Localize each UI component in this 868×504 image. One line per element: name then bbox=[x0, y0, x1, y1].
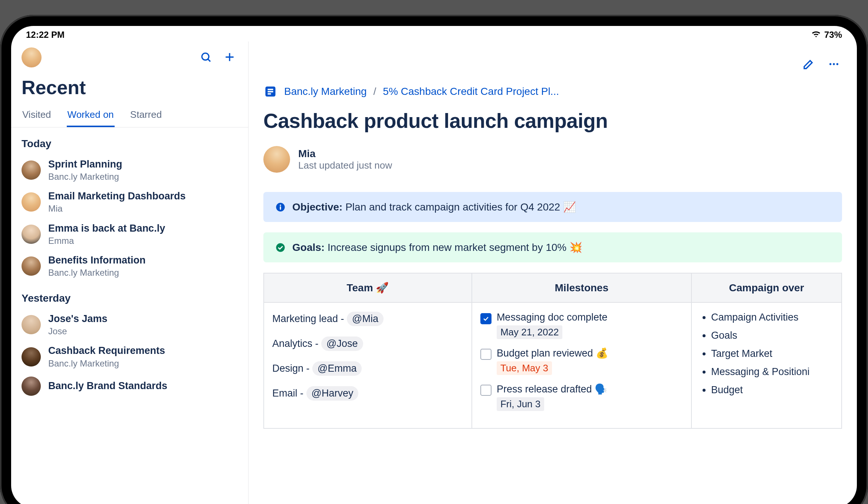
item-title: Emma is back at Banc.ly bbox=[48, 222, 165, 235]
status-bar: 12:22 PM 73% bbox=[11, 26, 857, 42]
avatar bbox=[22, 225, 41, 244]
breadcrumb-space[interactable]: Banc.ly Marketing bbox=[284, 86, 367, 97]
item-sub: Mia bbox=[48, 203, 186, 214]
avatar bbox=[22, 377, 41, 396]
space-icon bbox=[263, 84, 277, 99]
more-horizontal-icon bbox=[828, 58, 840, 71]
breadcrumb-parent[interactable]: 5% Cashback Credit Card Project Pl... bbox=[383, 86, 559, 97]
mention[interactable]: @Harvey bbox=[306, 386, 359, 401]
goals-text: Increase signups from new market segment… bbox=[325, 242, 582, 253]
status-time: 12:22 PM bbox=[26, 30, 65, 40]
item-title: Email Marketing Dashboards bbox=[48, 190, 186, 203]
mention[interactable]: @Emma bbox=[312, 361, 362, 376]
avatar bbox=[22, 192, 41, 212]
list-item[interactable]: Cashback Requirements Banc.ly Marketing bbox=[11, 341, 248, 372]
list-item[interactable]: Benefits Information Banc.ly Marketing bbox=[11, 250, 248, 282]
svg-point-6 bbox=[836, 63, 838, 65]
avatar bbox=[22, 160, 41, 180]
item-title: Sprint Planning bbox=[48, 158, 122, 171]
updated-meta: Last updated just now bbox=[298, 160, 392, 171]
goals-panel: Goals: Increase signups from new market … bbox=[263, 232, 842, 262]
recent-tabs: Visited Worked on Starred bbox=[11, 106, 248, 127]
milestones-cell: Messaging doc complete May 21, 2022 Budg… bbox=[472, 302, 691, 428]
item-sub: Jose bbox=[48, 325, 108, 337]
wifi-icon bbox=[811, 30, 821, 40]
item-sub: Emma bbox=[48, 235, 165, 246]
item-sub: Banc.ly Marketing bbox=[48, 358, 165, 369]
list-item[interactable]: Emma is back at Banc.ly Emma bbox=[11, 218, 248, 250]
item-title: Jose's Jams bbox=[48, 312, 108, 325]
mention[interactable]: @Mia bbox=[347, 312, 384, 326]
role-label: Analytics - bbox=[272, 338, 321, 349]
breadcrumb-separator: / bbox=[374, 86, 377, 97]
overview-cell: Campaign Activities Goals Target Market … bbox=[691, 302, 842, 428]
checkbox[interactable] bbox=[480, 385, 491, 396]
milestone-date[interactable]: Tue, May 3 bbox=[497, 361, 552, 375]
checkbox[interactable] bbox=[480, 349, 491, 360]
item-title: Banc.ly Brand Standards bbox=[48, 379, 167, 392]
info-icon bbox=[275, 202, 286, 212]
tab-starred[interactable]: Starred bbox=[129, 106, 162, 127]
main-content: Banc.ly Marketing / 5% Cashback Credit C… bbox=[249, 42, 857, 504]
overview-item[interactable]: Messaging & Positioni bbox=[711, 366, 833, 378]
overview-item[interactable]: Goals bbox=[711, 330, 833, 341]
check-circle-icon bbox=[275, 242, 286, 253]
plus-icon bbox=[224, 51, 236, 64]
create-button[interactable] bbox=[221, 49, 238, 66]
avatar bbox=[22, 315, 41, 334]
svg-rect-10 bbox=[268, 93, 271, 95]
list-item[interactable]: Banc.ly Brand Standards bbox=[11, 373, 248, 399]
goals-label: Goals: bbox=[292, 242, 325, 253]
list-item[interactable]: Jose's Jams Jose bbox=[11, 309, 248, 341]
section-yesterday-label: Yesterday bbox=[11, 282, 248, 309]
milestone-label: Messaging doc complete bbox=[497, 312, 608, 323]
avatar bbox=[22, 256, 41, 276]
page-title: Cashback product launch campaign bbox=[263, 99, 842, 146]
svg-point-12 bbox=[280, 204, 281, 206]
th-team: Team 🚀 bbox=[264, 273, 472, 302]
content-table: Team 🚀 Milestones Campaign over Marketin… bbox=[263, 273, 842, 429]
list-item[interactable]: Sprint Planning Banc.ly Marketing bbox=[11, 154, 248, 186]
sidebar-title: Recent bbox=[11, 70, 248, 106]
milestone-label: Budget plan reviewed 💰 bbox=[497, 347, 608, 359]
sidebar: Recent Visited Worked on Starred Today S… bbox=[11, 42, 249, 504]
role-label: Design - bbox=[272, 363, 312, 374]
th-overview: Campaign over bbox=[691, 273, 842, 302]
svg-point-4 bbox=[829, 63, 831, 65]
author-avatar[interactable] bbox=[263, 146, 290, 173]
profile-avatar[interactable] bbox=[22, 47, 42, 67]
author-name: Mia bbox=[298, 148, 392, 160]
objective-panel: Objective: Plan and track campaign activ… bbox=[263, 192, 842, 222]
milestone-label: Press release drafted 🗣️ bbox=[497, 383, 607, 395]
item-sub: Banc.ly Marketing bbox=[48, 171, 122, 182]
more-button[interactable] bbox=[826, 56, 842, 73]
item-sub: Banc.ly Marketing bbox=[48, 267, 146, 278]
milestone-date[interactable]: Fri, Jun 3 bbox=[497, 397, 544, 411]
svg-point-14 bbox=[276, 243, 285, 252]
svg-rect-13 bbox=[280, 206, 281, 209]
svg-point-0 bbox=[202, 53, 209, 60]
overview-item[interactable]: Budget bbox=[711, 384, 833, 396]
svg-rect-9 bbox=[268, 91, 273, 93]
search-button[interactable] bbox=[198, 49, 214, 66]
overview-item[interactable]: Campaign Activities bbox=[711, 312, 833, 323]
list-item[interactable]: Email Marketing Dashboards Mia bbox=[11, 186, 248, 218]
avatar bbox=[22, 347, 41, 367]
tab-worked-on[interactable]: Worked on bbox=[67, 106, 115, 127]
objective-text: Plan and track campaign activities for Q… bbox=[342, 201, 576, 213]
search-icon bbox=[200, 51, 212, 64]
edit-button[interactable] bbox=[800, 56, 817, 73]
mention[interactable]: @Jose bbox=[321, 336, 363, 351]
milestone-date[interactable]: May 21, 2022 bbox=[497, 325, 563, 339]
checkbox[interactable] bbox=[480, 313, 491, 324]
breadcrumb: Banc.ly Marketing / 5% Cashback Credit C… bbox=[263, 84, 842, 99]
overview-item[interactable]: Target Market bbox=[711, 348, 833, 359]
role-label: Marketing lead - bbox=[272, 313, 347, 324]
objective-label: Objective: bbox=[292, 201, 342, 213]
item-title: Benefits Information bbox=[48, 254, 146, 267]
status-battery: 73% bbox=[824, 30, 842, 40]
tab-visited[interactable]: Visited bbox=[22, 106, 52, 127]
svg-rect-8 bbox=[268, 89, 273, 90]
svg-line-1 bbox=[208, 59, 210, 62]
role-label: Email - bbox=[272, 388, 306, 399]
